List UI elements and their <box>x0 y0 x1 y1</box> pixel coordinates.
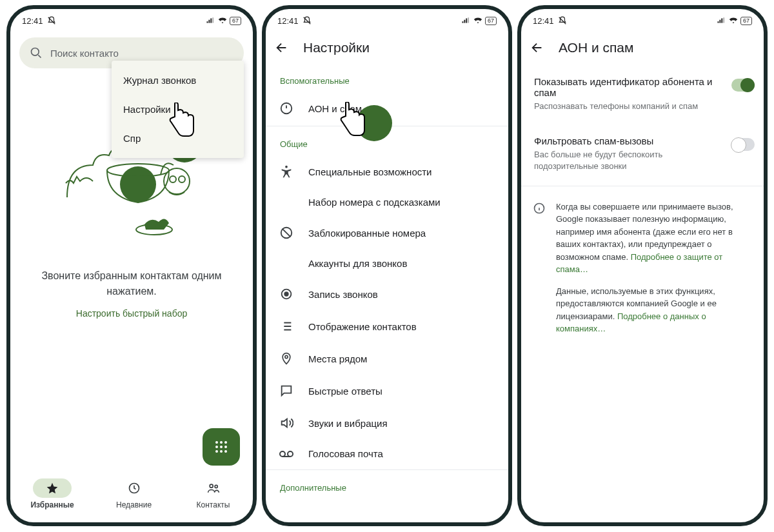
settings-label: Голосовая почта <box>308 448 383 459</box>
signal-icon <box>717 17 726 25</box>
status-time: 12:41 <box>533 16 554 26</box>
svg-point-15 <box>224 450 227 453</box>
battery-indicator: 67 <box>230 17 241 25</box>
status-bar: 12:41 67 <box>10 9 253 28</box>
divider <box>266 469 508 470</box>
alarm-off-icon <box>47 16 56 25</box>
nav-label: Контакты <box>197 500 230 509</box>
status-time: 12:41 <box>22 16 43 26</box>
menu-item-settings[interactable]: Настройки <box>112 95 244 124</box>
menu-item-call-log[interactable]: Журнал звонков <box>112 66 244 95</box>
phone-favorites: 12:41 67 Поиск контакто Журнал звонков Н… <box>6 5 257 526</box>
clock-icon <box>128 482 141 495</box>
search-icon <box>30 46 43 59</box>
settings-calling-accounts[interactable]: Аккаунты для звонков <box>266 249 508 278</box>
svg-point-26 <box>288 451 293 457</box>
switch-on[interactable] <box>731 79 755 92</box>
section-additional: Дополнительные <box>266 471 508 499</box>
svg-point-1 <box>120 166 156 202</box>
overflow-menu: Журнал звонков Настройки Спр <box>112 61 244 158</box>
svg-point-14 <box>220 450 223 453</box>
settings-call-recording[interactable]: Запись звонков <box>266 278 508 310</box>
search-placeholder: Поиск контакто <box>50 48 119 59</box>
svg-point-25 <box>280 451 285 457</box>
toggle-caller-id[interactable]: Показывать идентификатор абонента и спам… <box>521 64 764 124</box>
wifi-icon <box>473 17 482 25</box>
info-icon <box>533 202 546 215</box>
settings-display-options[interactable]: Отображение контактов <box>266 310 508 342</box>
nav-recent[interactable]: Недавние <box>115 478 154 509</box>
settings-label: Звуки и вибрация <box>308 418 388 429</box>
settings-quick-responses[interactable]: Быстрые ответы <box>266 375 508 407</box>
bottom-nav: Избранные Недавние Контакты <box>10 472 253 516</box>
svg-point-11 <box>220 446 223 448</box>
page-title: Настройки <box>303 40 370 55</box>
svg-point-7 <box>215 441 218 444</box>
svg-point-20 <box>285 166 288 168</box>
switch-off[interactable] <box>731 138 755 151</box>
nav-label: Избранные <box>30 500 74 509</box>
nav-label: Недавние <box>116 500 152 509</box>
settings-label: Быстрые ответы <box>308 386 382 397</box>
svg-point-10 <box>215 446 218 448</box>
record-icon <box>279 287 293 301</box>
page-title: АОН и спам <box>559 40 633 55</box>
settings-label: Специальные возможности <box>308 166 432 177</box>
settings-blocked-numbers[interactable]: Заблокированные номера <box>266 217 508 249</box>
empty-state-text: Звоните избранным контактам одним нажати… <box>10 268 253 299</box>
list-icon <box>279 319 293 333</box>
toggle-title: Показывать идентификатор абонента и спам <box>534 76 722 98</box>
alarm-off-icon <box>558 16 567 25</box>
star-icon <box>46 482 59 495</box>
svg-point-18 <box>215 485 217 488</box>
settings-voicemail[interactable]: Голосовая почта <box>266 439 508 468</box>
back-arrow-icon[interactable] <box>530 41 544 55</box>
svg-point-13 <box>215 450 218 453</box>
block-icon <box>279 226 293 240</box>
svg-point-17 <box>210 484 213 488</box>
svg-point-12 <box>224 446 227 448</box>
message-icon <box>279 384 293 398</box>
settings-label: Набор номера с подсказками <box>308 197 441 208</box>
svg-point-8 <box>220 441 223 444</box>
info-block: Когда вы совершаете или принимаете вызов… <box>521 188 764 351</box>
phone-caller-id: 12:41 67 АОН и спам Показывать идентифик… <box>517 5 768 526</box>
dialpad-fab[interactable] <box>203 428 240 466</box>
settings-accessibility[interactable]: Специальные возможности <box>266 155 508 188</box>
wifi-icon <box>729 17 738 25</box>
people-icon <box>206 482 221 495</box>
battery-indicator: 67 <box>485 17 497 25</box>
nav-contacts[interactable]: Контакты <box>194 478 233 509</box>
menu-item-help[interactable]: Спр <box>112 124 244 153</box>
accessibility-icon <box>279 164 293 179</box>
settings-nearby-places[interactable]: Места рядом <box>266 342 508 375</box>
settings-label: Отображение контактов <box>308 321 417 332</box>
divider <box>521 186 764 186</box>
toggle-title: Фильтровать спам-вызовы <box>534 135 722 146</box>
wifi-icon <box>218 17 227 25</box>
phone-settings: 12:41 67 Настройки Вспомогательные АОН и… <box>262 5 512 526</box>
toggle-filter-spam[interactable]: Фильтровать спам-вызовы Вас больше не бу… <box>521 124 764 184</box>
alarm-off-icon <box>303 16 312 25</box>
svg-point-9 <box>224 441 227 444</box>
settings-label: АОН и спам <box>308 103 362 114</box>
speed-dial-link[interactable]: Настроить быстрый набор <box>10 308 253 319</box>
caller-id-header: АОН и спам <box>521 28 764 64</box>
settings-sounds-vibration[interactable]: Звуки и вибрация <box>266 407 508 439</box>
settings-label: Запись звонков <box>308 289 378 300</box>
settings-caller-id-spam[interactable]: АОН и спам <box>266 92 508 124</box>
settings-assisted-dialing[interactable]: Набор номера с подсказками <box>266 188 508 217</box>
status-time: 12:41 <box>277 16 299 26</box>
back-arrow-icon[interactable] <box>275 41 289 55</box>
section-auxiliary: Вспомогательные <box>266 64 508 92</box>
dialpad-icon <box>213 439 229 455</box>
location-icon <box>280 351 293 366</box>
nav-favorites[interactable]: Избранные <box>30 478 74 509</box>
signal-icon <box>462 17 471 25</box>
volume-icon <box>279 416 293 430</box>
battery-indicator: 67 <box>740 17 752 25</box>
svg-point-23 <box>284 292 288 296</box>
toggle-subtitle: Распознавать телефоны компаний и спам <box>534 101 722 112</box>
svg-point-24 <box>285 355 288 358</box>
svg-point-4 <box>170 176 176 182</box>
